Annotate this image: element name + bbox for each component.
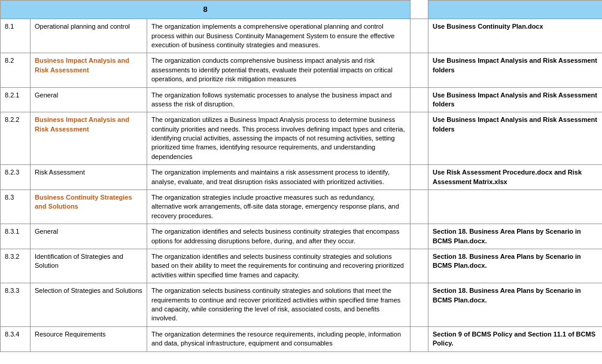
table-row: 8.3.1GeneralThe organization identifies … [1,224,603,249]
table-row: 8.2.2Business Impact Analysis and Risk A… [1,112,603,165]
row-title: Risk Assessment [31,165,147,190]
row-id: 8.3.2 [1,249,31,283]
table-row: 8.3.3Selection of Strategies and Solutio… [1,283,603,327]
row-id: 8.3.3 [1,283,31,327]
header-divider [411,1,428,19]
main-table-container: 8 8.1Operational planning and controlThe… [0,0,602,352]
row-divider [411,326,428,351]
row-description: The organization implements a comprehens… [147,19,411,53]
row-reference: Section 18. Business Area Plans by Scena… [428,224,603,249]
row-title: General [31,87,147,112]
row-title: Selection of Strategies and Solutions [31,283,147,327]
row-divider [411,112,428,165]
row-id: 8.2 [1,53,31,87]
row-id: 8.1 [1,19,31,53]
table-row: 8.3.4Resource RequirementsThe organizati… [1,326,603,351]
row-id: 8.2.2 [1,112,31,165]
row-description: The organization implements and maintain… [147,165,411,190]
table-header-row: 8 [1,1,603,19]
row-reference: Use Business Impact Analysis and Risk As… [428,112,603,165]
row-title: Business Impact Analysis and Risk Assess… [31,53,147,87]
row-divider [411,87,428,112]
table-row: 8.1Operational planning and controlThe o… [1,19,603,53]
row-reference: Section 9 of BCMS Policy and Section 11.… [428,326,603,351]
header-reference-col [428,1,603,19]
row-description: The organization conducts comprehensive … [147,53,411,87]
row-id: 8.3.4 [1,326,31,351]
row-divider [411,165,428,190]
row-title: General [31,224,147,249]
row-description: The organization determines the resource… [147,326,411,351]
row-title: Identification of Strategies and Solutio… [31,249,147,283]
row-reference: Section 18. Business Area Plans by Scena… [428,283,603,327]
row-id: 8.3.1 [1,224,31,249]
row-divider [411,249,428,283]
row-id: 8.2.1 [1,87,31,112]
table-row: 8.3.2Identification of Strategies and So… [1,249,603,283]
table-row: 8.2.3Risk AssessmentThe organization imp… [1,165,603,190]
row-reference: Use Business Continuity Plan.docx [428,19,603,53]
row-id: 8.2.3 [1,165,31,190]
row-divider [411,53,428,87]
table-row: 8.2Business Impact Analysis and Risk Ass… [1,53,603,87]
row-title: Business Impact Analysis and Risk Assess… [31,112,147,165]
row-reference: Use Business Impact Analysis and Risk As… [428,87,603,112]
row-title: Resource Requirements [31,326,147,351]
row-divider [411,190,428,224]
row-divider [411,19,428,53]
row-divider [411,283,428,327]
row-description: The organization identifies and selects … [147,224,411,249]
table-row: 8.3Business Continuity Strategies and So… [1,190,603,224]
content-table: 8 8.1Operational planning and controlThe… [0,0,602,352]
row-title: Operational planning and control [31,19,147,53]
table-row: 8.2.1GeneralThe organization follows sys… [1,87,603,112]
row-description: The organization utilizes a Business Imp… [147,112,411,165]
row-reference: Section 18. Business Area Plans by Scena… [428,249,603,283]
row-reference [428,190,603,224]
header-section-num: 8 [1,1,411,19]
row-divider [411,224,428,249]
row-description: The organization follows systematic proc… [147,87,411,112]
row-id: 8.3 [1,190,31,224]
row-description: The organization strategies include proa… [147,190,411,224]
row-reference: Use Business Impact Analysis and Risk As… [428,53,603,87]
table-body: 8.1Operational planning and controlThe o… [1,19,603,351]
row-description: The organization selects business contin… [147,283,411,327]
row-description: The organization identifies and selects … [147,249,411,283]
row-title: Business Continuity Strategies and Solut… [31,190,147,224]
row-reference: Use Risk Assessment Procedure.docx and R… [428,165,603,190]
section-number-label: 8 [203,5,207,14]
